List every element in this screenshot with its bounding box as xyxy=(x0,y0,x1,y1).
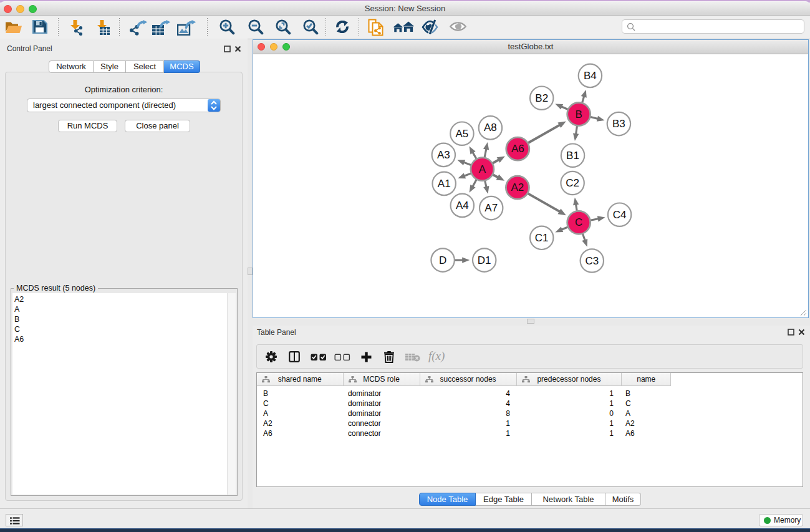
svg-text:C3: C3 xyxy=(585,255,599,267)
svg-text:B3: B3 xyxy=(612,118,625,130)
svg-text:A: A xyxy=(479,163,486,175)
svg-text:A1: A1 xyxy=(438,178,451,190)
svg-text:A5: A5 xyxy=(456,128,469,140)
svg-text:A6: A6 xyxy=(511,143,524,155)
svg-text:C1: C1 xyxy=(535,232,549,244)
svg-text:C4: C4 xyxy=(613,209,627,221)
svg-text:B1: B1 xyxy=(566,150,579,162)
svg-text:B2: B2 xyxy=(535,92,548,104)
svg-text:D: D xyxy=(439,254,446,266)
svg-text:D1: D1 xyxy=(478,254,491,266)
svg-text:A7: A7 xyxy=(485,202,498,214)
svg-text:B4: B4 xyxy=(584,70,597,82)
svg-text:B: B xyxy=(576,109,582,120)
svg-text:A2: A2 xyxy=(511,181,524,193)
svg-text:C: C xyxy=(575,216,582,228)
svg-text:A8: A8 xyxy=(484,122,497,133)
svg-text:A4: A4 xyxy=(456,200,469,211)
svg-text:A3: A3 xyxy=(437,149,450,161)
svg-text:C2: C2 xyxy=(566,177,579,189)
